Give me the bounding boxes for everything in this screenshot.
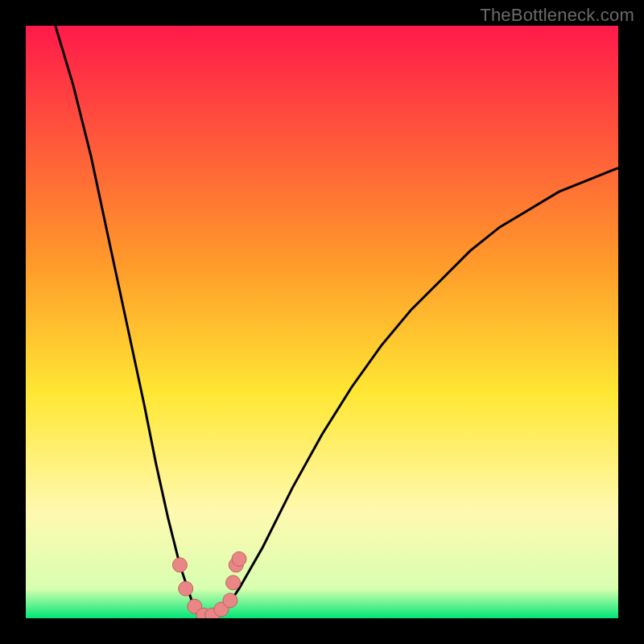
bottleneck-chart — [26, 26, 618, 618]
gradient-background — [26, 26, 618, 618]
data-marker — [226, 576, 241, 590]
plot-area — [26, 26, 618, 618]
data-marker — [172, 558, 187, 572]
watermark-text: TheBottleneck.com — [480, 5, 634, 26]
chart-frame: TheBottleneck.com — [0, 0, 644, 644]
data-marker — [223, 593, 237, 608]
data-marker — [232, 551, 246, 566]
data-marker — [179, 581, 193, 596]
